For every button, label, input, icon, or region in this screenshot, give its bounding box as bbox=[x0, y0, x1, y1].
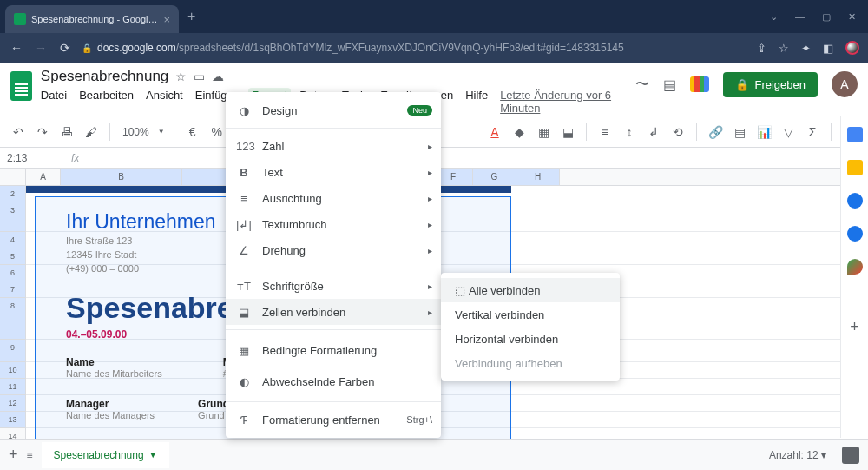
text-color-icon[interactable]: A bbox=[485, 125, 504, 139]
row-header[interactable]: 2 bbox=[0, 186, 26, 202]
cloud-status-icon[interactable]: ☁ bbox=[212, 70, 224, 83]
cell-mgr-label[interactable]: Manager bbox=[66, 398, 155, 410]
menu-edit[interactable]: Bearbeiten bbox=[79, 89, 134, 115]
menu-file[interactable]: Datei bbox=[41, 89, 67, 115]
address-bar: ← → ⟳ 🔒 docs.google.com/spreadsheets/d/1… bbox=[0, 33, 868, 63]
meet-icon[interactable] bbox=[690, 76, 709, 92]
print-icon[interactable]: 🖶 bbox=[57, 125, 76, 139]
extensions-icon[interactable]: ✦ bbox=[801, 42, 811, 55]
format-wrap[interactable]: |↲|Textumbruch▸ bbox=[226, 211, 441, 237]
contacts-icon[interactable] bbox=[847, 226, 863, 242]
url-field[interactable]: 🔒 docs.google.com/spreadsheets/d/1sqBhOh… bbox=[82, 42, 748, 54]
get-addons-icon[interactable]: + bbox=[850, 318, 859, 336]
valign-icon[interactable]: ↕ bbox=[620, 125, 639, 139]
chevron-down-icon[interactable]: ⌄ bbox=[770, 11, 778, 23]
format-number[interactable]: 123Zahl▸ bbox=[226, 133, 441, 159]
maximize-icon[interactable]: ▢ bbox=[822, 11, 831, 23]
paint-format-icon[interactable]: 🖌 bbox=[82, 125, 101, 139]
cell-name-label[interactable]: Name bbox=[66, 356, 162, 368]
maps-icon[interactable] bbox=[847, 259, 863, 275]
redo-icon[interactable]: ↷ bbox=[33, 125, 52, 139]
merge-vertical[interactable]: Vertikal verbinden bbox=[441, 302, 620, 327]
row-header[interactable]: 11 bbox=[0, 379, 26, 395]
document-title[interactable]: Spesenabrechnung bbox=[41, 68, 168, 85]
merge-submenu: ⬚Alle verbinden Vertikal verbinden Horiz… bbox=[441, 273, 620, 381]
row-header[interactable]: 12 bbox=[0, 395, 26, 412]
borders-icon[interactable]: ▦ bbox=[534, 125, 553, 139]
close-tab-icon[interactable]: × bbox=[163, 13, 170, 26]
minimize-icon[interactable]: — bbox=[795, 11, 805, 23]
format-merge[interactable]: ⬓Zellen verbinden▸ bbox=[226, 299, 441, 325]
format-align[interactable]: ≡Ausrichtung▸ bbox=[226, 185, 441, 211]
star-icon[interactable]: ☆ bbox=[175, 70, 187, 83]
add-sheet-button[interactable]: + bbox=[9, 446, 18, 464]
wrap-icon[interactable]: ↲ bbox=[644, 125, 663, 139]
row-header[interactable]: 7 bbox=[0, 281, 26, 298]
account-avatar[interactable]: A bbox=[832, 71, 858, 97]
row-header[interactable]: 4 bbox=[0, 232, 26, 248]
row-header[interactable]: 10 bbox=[0, 362, 26, 379]
row-header[interactable]: 6 bbox=[0, 265, 26, 281]
row-header[interactable]: 3 bbox=[0, 202, 26, 232]
browser-tab[interactable]: Spesenabrechnung - Google Ta × bbox=[5, 5, 179, 33]
format-rotation[interactable]: ∠Drehung▸ bbox=[226, 237, 441, 263]
menu-view[interactable]: Ansicht bbox=[146, 89, 183, 115]
new-tab-button[interactable]: + bbox=[187, 9, 195, 24]
move-icon[interactable]: ▭ bbox=[194, 70, 205, 83]
rotate-icon[interactable]: ⟲ bbox=[668, 125, 687, 139]
last-edit-link[interactable]: Letzte Änderung vor 6 Minuten bbox=[500, 89, 627, 115]
merge-horizontal[interactable]: Horizontal verbinden bbox=[441, 327, 620, 351]
col-header[interactable]: H bbox=[516, 169, 560, 185]
profile-ext-icon[interactable] bbox=[845, 41, 859, 55]
bookmark-icon[interactable]: ☆ bbox=[779, 42, 789, 55]
col-header[interactable]: B bbox=[61, 169, 182, 185]
col-header[interactable]: A bbox=[26, 169, 61, 185]
filter-icon[interactable]: ▽ bbox=[779, 125, 798, 139]
currency-icon[interactable]: € bbox=[183, 125, 202, 139]
row-header[interactable]: 8 bbox=[0, 298, 26, 340]
comment-icon[interactable]: ▤ bbox=[730, 125, 749, 139]
activity-icon[interactable]: 〜 bbox=[635, 76, 649, 94]
all-sheets-button[interactable]: ≡ bbox=[27, 449, 33, 461]
tasks-icon[interactable] bbox=[847, 193, 863, 209]
reload-button[interactable]: ⟳ bbox=[57, 41, 73, 55]
chevron-down-icon[interactable]: ▼ bbox=[149, 451, 157, 460]
format-conditional[interactable]: ▦Bedingte Formatierung bbox=[226, 334, 441, 366]
format-font-size[interactable]: ᴛTSchriftgröße▸ bbox=[226, 273, 441, 299]
format-clear[interactable]: Ƭ̵Formatierung entfernenStrg+\ bbox=[226, 407, 441, 433]
close-window-icon[interactable]: ✕ bbox=[848, 11, 856, 23]
col-header[interactable]: G bbox=[473, 169, 516, 185]
tab-title: Spesenabrechnung - Google Ta bbox=[31, 14, 158, 24]
explore-button[interactable] bbox=[842, 447, 859, 464]
row-header[interactable]: 5 bbox=[0, 248, 26, 265]
link-icon[interactable]: 🔗 bbox=[706, 125, 725, 139]
cell-name-val[interactable]: Name des Mitarbeiters bbox=[66, 368, 162, 379]
format-design[interactable]: ◑DesignNeu bbox=[226, 97, 441, 123]
fill-color-icon[interactable]: ◆ bbox=[510, 125, 529, 139]
percent-icon[interactable]: % bbox=[207, 125, 227, 139]
row-header[interactable]: 13 bbox=[0, 412, 26, 428]
chart-icon[interactable]: 📊 bbox=[754, 125, 773, 139]
align-icon[interactable]: ≡ bbox=[595, 125, 615, 139]
format-alt-colors[interactable]: ◐Abwechselnde Farben bbox=[226, 366, 441, 397]
share-button[interactable]: 🔒Freigeben bbox=[723, 72, 818, 97]
merge-all[interactable]: ⬚Alle verbinden bbox=[441, 278, 620, 302]
sheet-tab[interactable]: Spesenabrechnung▼ bbox=[42, 442, 169, 468]
merge-cells-icon[interactable]: ⬓ bbox=[558, 125, 577, 139]
sheets-logo-icon[interactable] bbox=[10, 71, 32, 101]
cell-mgr-val[interactable]: Name des Managers bbox=[66, 410, 155, 420]
calendar-icon[interactable] bbox=[847, 127, 863, 142]
keep-icon[interactable] bbox=[847, 160, 863, 175]
format-text[interactable]: BText▸ bbox=[226, 159, 441, 185]
back-button[interactable]: ← bbox=[9, 41, 24, 55]
comments-icon[interactable]: ▤ bbox=[663, 76, 676, 93]
forward-button[interactable]: → bbox=[33, 41, 49, 55]
menu-help[interactable]: Hilfe bbox=[465, 89, 488, 115]
row-header[interactable]: 9 bbox=[0, 340, 26, 362]
share-page-icon[interactable]: ⇪ bbox=[757, 42, 766, 55]
zoom-select[interactable]: 100% bbox=[119, 126, 153, 138]
undo-icon[interactable]: ↶ bbox=[9, 125, 28, 139]
functions-icon[interactable]: Σ bbox=[803, 125, 822, 139]
name-box[interactable]: 2:13 bbox=[0, 148, 62, 168]
sidepanel-icon[interactable]: ◧ bbox=[823, 42, 833, 55]
